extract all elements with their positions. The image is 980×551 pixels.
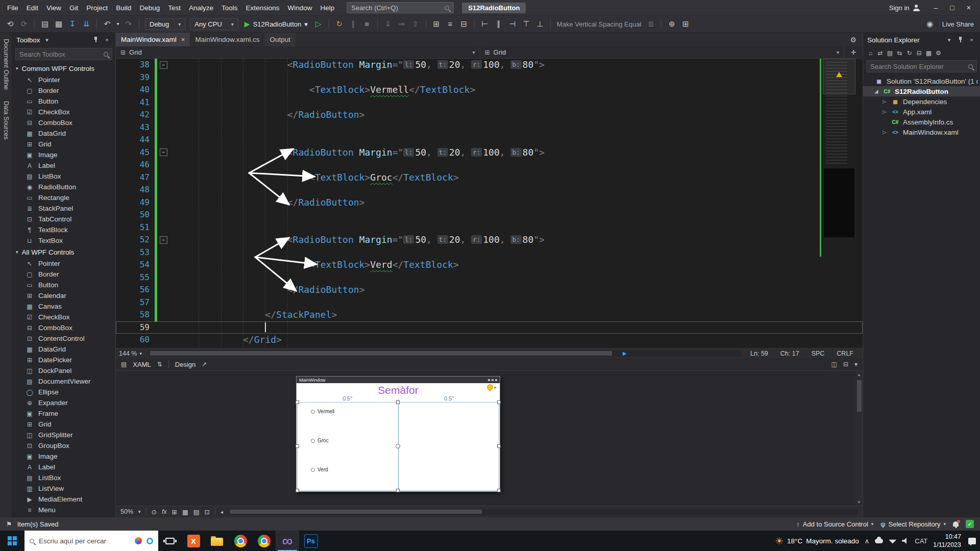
design-surface[interactable]: MainWindow Semàfor ▸ 0.5" 0.5" VermellGr… — [116, 371, 863, 506]
undo-icon[interactable]: ↶ — [101, 18, 113, 30]
toolbox-item-image[interactable]: ▣Image — [12, 451, 115, 462]
menu-view[interactable]: View — [42, 2, 65, 14]
horizontal-split-icon[interactable]: ⊟ — [843, 361, 848, 368]
tab-document-outline[interactable]: Document Outline — [3, 39, 10, 90]
close-icon[interactable]: × — [967, 37, 976, 43]
line-number[interactable]: 39 — [116, 71, 153, 84]
toolbox-item-datagrid[interactable]: ▦DataGrid — [12, 128, 115, 139]
align-lefts-icon[interactable]: ⊢ — [479, 18, 491, 30]
pause-icon[interactable]: ∥ — [347, 18, 359, 30]
line-number[interactable]: 48 — [116, 184, 153, 196]
menu-debug[interactable]: Debug — [135, 2, 164, 14]
live-share-button[interactable]: Live Share — [940, 20, 976, 28]
tree-item-app-xaml[interactable]: ▷<>App.xaml — [863, 107, 980, 117]
show-grid-icon[interactable]: ⊞ — [172, 508, 177, 516]
toolbox-item-documentviewer[interactable]: ▤DocumentViewer — [12, 376, 115, 387]
code-line-57[interactable]: 57 — [116, 296, 863, 309]
menu-project[interactable]: Project — [82, 2, 112, 14]
notifications-bell-icon[interactable] — [953, 521, 959, 527]
code-line-55[interactable]: 55 — [116, 271, 863, 284]
chrome-icon[interactable] — [229, 531, 252, 551]
line-number[interactable]: 43 — [116, 121, 153, 134]
bookmark-icon[interactable]: ⊟ — [458, 18, 470, 30]
snaplines-icon[interactable]: ▤ — [193, 508, 200, 516]
code-line-52[interactable]: 52−<RadioButton Margin="l:50, t:20, r:10… — [116, 234, 863, 246]
status-line-endings[interactable]: CRLF — [830, 350, 860, 357]
toolbox-item-border[interactable]: ▢Border — [12, 269, 115, 280]
scrollbar-thumb[interactable] — [857, 380, 862, 412]
toolbox-item-combobox[interactable]: ⊟ComboBox — [12, 117, 115, 128]
resize-handle[interactable] — [296, 444, 299, 448]
network-icon[interactable] — [889, 538, 896, 544]
line-number[interactable]: 40 — [116, 84, 153, 96]
resize-handle[interactable] — [396, 400, 400, 404]
preview-radiobutton-groc[interactable]: Groc — [311, 438, 329, 443]
code-line-59[interactable]: 59 — [116, 321, 863, 334]
refresh-icon[interactable]: ↻ — [905, 49, 914, 57]
toolbox-item-gridsplitter[interactable]: ◫GridSplitter — [12, 430, 115, 440]
file-explorer-icon[interactable] — [205, 531, 229, 551]
pin-icon[interactable] — [956, 37, 965, 43]
start-without-debugging-icon[interactable]: ▷ — [312, 18, 325, 30]
expander-icon[interactable]: ▷ — [881, 109, 888, 114]
comment-icon[interactable]: ≡ — [444, 18, 456, 30]
tree-item-assemblyinfo-cs[interactable]: C#AssemblyInfo.cs — [863, 117, 980, 127]
code-line-48[interactable]: 48 — [116, 184, 863, 196]
tab-design[interactable]: Design — [175, 361, 195, 368]
expander-icon[interactable]: ◢ — [873, 89, 879, 94]
notification-center-icon[interactable] — [968, 538, 976, 544]
step-over-icon[interactable]: ⇒ — [396, 18, 408, 30]
save-all-icon[interactable]: ⇊ — [80, 18, 92, 30]
hot-reload-icon[interactable]: ↻ — [333, 18, 346, 30]
align-bottoms-icon[interactable]: ⊥ — [534, 18, 546, 30]
tab-xaml[interactable]: XAML — [133, 361, 151, 368]
line-number[interactable]: 49 — [116, 196, 153, 209]
toolbox-item-canvas[interactable]: ▦Canvas — [12, 301, 115, 312]
fit-selection-icon[interactable]: ⊙ — [152, 508, 157, 516]
tab-data-sources[interactable]: Data Sources — [3, 101, 10, 140]
spacing-icon[interactable]: ≣ — [645, 18, 657, 30]
align-centers-icon[interactable]: ∥ — [493, 18, 505, 30]
menu-help[interactable]: Help — [316, 2, 339, 14]
resize-handle[interactable] — [497, 444, 501, 448]
toolbox-item-grid[interactable]: ⊞Grid — [12, 419, 115, 430]
toolbox-item-textblock[interactable]: ¶TextBlock — [12, 224, 115, 235]
toolbox-item-checkbox[interactable]: ☑CheckBox — [12, 312, 115, 322]
stop-icon[interactable]: ■ — [361, 18, 373, 30]
properties-icon[interactable]: ⚙ — [934, 49, 943, 57]
line-number[interactable]: 41 — [116, 96, 153, 109]
toolbox-item-expander[interactable]: ⊕Expander — [12, 397, 115, 408]
show-grid-icon[interactable]: ⊞ — [679, 18, 692, 30]
code-line-51[interactable]: 51 — [116, 221, 863, 234]
column-width-label[interactable]: 0.5" — [342, 395, 352, 402]
toolbox-item-rectangle[interactable]: ▭Rectangle — [12, 192, 115, 203]
code-line-47[interactable]: 47<TextBlock>Groc</TextBlock> — [116, 171, 863, 184]
line-number[interactable]: 57 — [116, 296, 153, 309]
code-line-60[interactable]: 60</Grid> — [116, 334, 863, 346]
menu-tools[interactable]: Tools — [217, 2, 242, 14]
breadcrumb-current-element[interactable]: ⊞ Grid ▾ — [480, 46, 845, 58]
resize-handle[interactable] — [396, 489, 400, 492]
line-number[interactable]: 46 — [116, 159, 153, 171]
minimap[interactable] — [824, 59, 855, 273]
tree-item-s12radiobutton[interactable]: ◢C#S12RadioButton — [863, 86, 980, 96]
toolbox-item-label[interactable]: ALabel — [12, 160, 115, 171]
switch-views-icon[interactable]: ⇄ — [876, 49, 885, 57]
select-repository-button[interactable]: ψ Select Repository ▾ — [880, 520, 946, 528]
volume-icon[interactable] — [902, 538, 909, 544]
line-number[interactable]: 60 — [116, 334, 153, 346]
design-horizontal-scrollbar[interactable] — [228, 509, 858, 515]
crosshair-icon[interactable]: ✛ — [844, 46, 863, 58]
toolbox-item-passwordbox[interactable]: ⊔PasswordBox — [12, 515, 115, 517]
line-number[interactable]: 56 — [116, 284, 153, 296]
toolbox-item-menu[interactable]: ≡Menu — [12, 505, 115, 515]
scroll-up-icon[interactable]: ▴ — [858, 372, 861, 377]
toolbox-item-grid[interactable]: ⊞Grid — [12, 139, 115, 149]
code-line-58[interactable]: 58</StackPanel> — [116, 309, 863, 321]
task-view-icon[interactable] — [158, 531, 182, 551]
onedrive-icon[interactable] — [875, 539, 883, 543]
preview-heading[interactable]: Semàfor — [297, 384, 500, 396]
preview-radiobutton-vermell[interactable]: Vermell — [311, 409, 334, 414]
tree-item-solution-s12radiobutton-1-of-1-pr[interactable]: ▣Solution 'S12RadioButton' (1 of 1 pr — [863, 76, 980, 86]
code-line-43[interactable]: 43 — [116, 121, 863, 134]
